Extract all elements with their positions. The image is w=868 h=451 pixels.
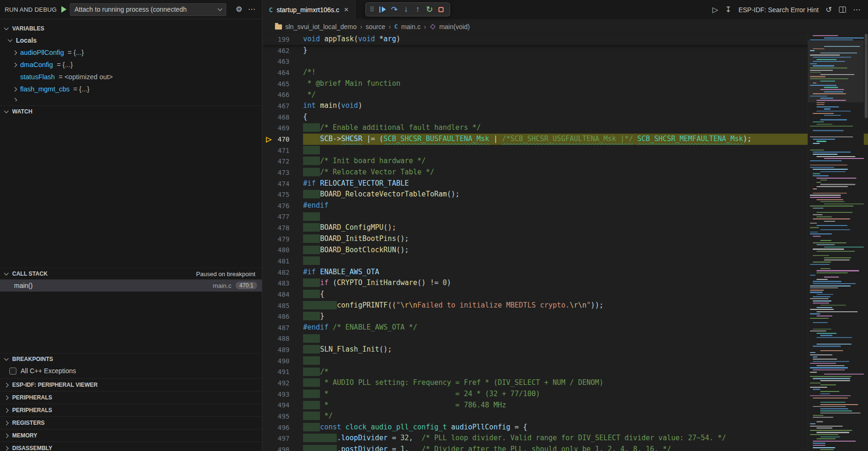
code-line[interactable]: 480 BOARD_BootClockRUN(); <box>263 245 868 256</box>
section-header-disassembly[interactable]: DISASSEMBLY <box>0 442 262 451</box>
code-line[interactable]: 485 configPRINTF(("\r\nFailed to initial… <box>263 300 868 311</box>
flash-device-icon[interactable]: ↧ <box>725 6 731 14</box>
run-icon[interactable]: ▷ <box>712 6 718 14</box>
gutter[interactable]: 475 <box>263 189 303 200</box>
gutter[interactable]: 487 <box>263 322 303 333</box>
code-line[interactable]: 498 .postDivider = 1, /* Divider after t… <box>263 444 868 451</box>
continue-button[interactable] <box>377 3 388 16</box>
more-icon[interactable]: ⋯ <box>853 6 861 14</box>
gutter[interactable]: 493 <box>263 389 303 400</box>
drag-handle-icon[interactable]: ⠿ <box>370 6 374 13</box>
code-line[interactable]: 463 <box>263 56 868 68</box>
code-line[interactable]: 493 * = 24 * (32 + 77/100) <box>263 389 868 400</box>
tab-startup-file[interactable]: C startup_mimxrt106s.c × <box>262 0 356 19</box>
gutter[interactable]: 476 <box>263 200 303 211</box>
gutter[interactable]: 478 <box>263 222 303 233</box>
gutter[interactable]: 466 <box>263 90 303 101</box>
gutter[interactable]: 462 <box>263 45 303 56</box>
code-line[interactable]: 473 /* Relocate Vector Table */ <box>263 167 868 178</box>
gutter[interactable]: 463 <box>263 56 303 68</box>
more-actions-icon[interactable]: ⋯ <box>248 6 255 13</box>
code-line[interactable]: 492 * AUDIO PLL setting: Frequency = Fre… <box>263 377 868 389</box>
code-line[interactable]: 465 * @brief Main function <box>263 78 868 90</box>
section-header-esp-idf-peripheral-viewer[interactable]: ESP-IDF: PERIPHERAL VIEWER <box>0 378 262 391</box>
restart-button[interactable]: ↻ <box>423 3 435 16</box>
code-line[interactable]: 490 <box>263 355 868 367</box>
code-line[interactable]: 481 <box>263 256 868 267</box>
code-line[interactable]: 497 .loopDivider = 32, /* PLL loop divid… <box>263 433 868 444</box>
code-line[interactable]: 469 /* Enable additional fault handlers … <box>263 122 868 134</box>
history-icon[interactable]: ↺ <box>826 6 832 14</box>
code-line[interactable]: 489 SLN_Flash_Init(); <box>263 344 868 355</box>
step-over-button[interactable]: ↷ <box>388 3 400 16</box>
gear-icon[interactable]: ⚙ <box>236 6 242 13</box>
variable-row[interactable]: flash_mgmt_cbs= {...} <box>0 83 262 95</box>
gutter[interactable]: 469 <box>263 122 303 134</box>
checkbox-unchecked[interactable] <box>9 368 16 375</box>
code-line[interactable]: 466 */ <box>263 90 868 101</box>
minimap-slider[interactable] <box>808 40 864 102</box>
breakpoint-row-all-cpp-exceptions[interactable]: All C++ Exceptions <box>0 365 262 377</box>
code-line[interactable]: 464/*! <box>263 67 868 78</box>
gutter[interactable]: 492 <box>263 377 303 389</box>
gutter[interactable]: 495 <box>263 411 303 422</box>
gutter[interactable]: 464 <box>263 67 303 78</box>
gutter[interactable]: 468 <box>263 112 303 123</box>
step-into-button[interactable]: ↓ <box>400 3 412 16</box>
gutter[interactable]: 488 <box>263 333 303 345</box>
gutter[interactable]: 480 <box>263 245 303 256</box>
code-line[interactable]: 477 <box>263 211 868 223</box>
code-line[interactable]: 483 if (CRYPTO_InitHardware() != 0) <box>263 278 868 289</box>
breadcrumb-item-source[interactable]: source <box>366 23 386 30</box>
code-line[interactable]: 462} <box>263 45 868 56</box>
code-line[interactable]: ▷470 SCB->SHCSR |= (SCB_SHCSR_BUSFAULTEN… <box>263 134 868 145</box>
gutter[interactable]: 199 <box>263 34 303 45</box>
section-header-peripherals[interactable]: PERIPHERALS <box>0 391 262 404</box>
gutter[interactable]: 477 <box>263 211 303 223</box>
variable-row-clipped[interactable] <box>0 95 262 101</box>
code-line[interactable]: 491 /* <box>263 367 868 378</box>
code-line[interactable]: 472 /* Init board hardware */ <box>263 156 868 167</box>
code-line[interactable]: 199void appTask(void *arg) <box>263 34 868 45</box>
code-line[interactable]: 467int main(void) <box>263 100 868 112</box>
code-line[interactable]: 486 } <box>263 311 868 322</box>
code-line[interactable]: 468{ <box>263 112 868 123</box>
code-viewport[interactable]: 462}463464/*!465 * @brief Main function4… <box>263 45 868 451</box>
gutter[interactable]: 467 <box>263 100 303 112</box>
gutter[interactable]: 489 <box>263 344 303 355</box>
gutter[interactable]: 472 <box>263 156 303 167</box>
code-line[interactable]: 478 BOARD_ConfigMPU(); <box>263 222 868 233</box>
variable-row[interactable]: audioPllConfig= {...} <box>0 46 262 59</box>
gutter[interactable]: 490 <box>263 355 303 367</box>
section-header-memory[interactable]: MEMORY <box>0 429 262 442</box>
gutter[interactable]: 494 <box>263 400 303 411</box>
gutter[interactable]: 496 <box>263 422 303 433</box>
section-header-breakpoints[interactable]: BREAKPOINTS <box>0 353 262 365</box>
code-line[interactable]: 496 const clock_audio_pll_config_t audio… <box>263 422 868 433</box>
gutter[interactable]: 479 <box>263 233 303 245</box>
split-editor-icon[interactable] <box>839 7 846 13</box>
close-tab-icon[interactable]: × <box>344 5 349 15</box>
step-out-button[interactable]: ↑ <box>412 3 423 16</box>
code-line[interactable]: 474#if RELOCATE_VECTOR_TABLE <box>263 178 868 189</box>
code-line[interactable]: 488 <box>263 333 868 345</box>
gutter[interactable]: 474 <box>263 178 303 189</box>
variables-scope-locals[interactable]: Locals <box>0 34 262 46</box>
gutter[interactable]: 473 <box>263 167 303 178</box>
section-header-watch[interactable]: WATCH <box>0 106 262 117</box>
code-line[interactable]: 487#endif /* ENABLE_AWS_OTA */ <box>263 322 868 333</box>
code-line[interactable]: 494 * = 786.48 MHz <box>263 400 868 411</box>
gutter[interactable]: 471 <box>263 145 303 156</box>
code-line[interactable]: 484 { <box>263 289 868 300</box>
breadcrumb-item-symbol[interactable]: main(void) <box>439 23 470 30</box>
code-line[interactable]: 476#endif <box>263 200 868 211</box>
variable-row[interactable]: dmaConfig= {...} <box>0 59 262 71</box>
stop-button[interactable] <box>435 3 447 16</box>
vertical-scrollbar[interactable] <box>865 34 868 118</box>
minimap[interactable] <box>808 34 864 451</box>
breadcrumb-item-file[interactable]: main.c <box>401 23 420 30</box>
gutter[interactable]: 481 <box>263 256 303 267</box>
stack-frame-main[interactable]: main() main.c 470:1 <box>0 279 262 292</box>
gutter[interactable]: 484 <box>263 289 303 300</box>
variable-row[interactable]: statusFlash= <optimized out> <box>0 71 262 83</box>
